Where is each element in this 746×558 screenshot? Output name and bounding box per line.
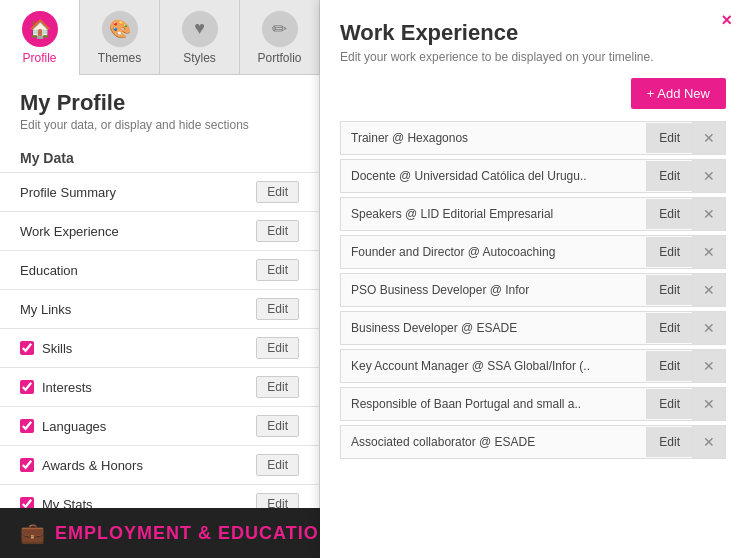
edit-awards-honors[interactable]: Edit — [256, 454, 299, 476]
work-item-text-3: Founder and Director @ Autocoaching — [341, 237, 646, 267]
work-delete-btn-2[interactable]: ✕ — [692, 198, 725, 230]
overlay-close-button[interactable]: × — [721, 10, 732, 31]
home-icon: 🏠 — [22, 11, 58, 47]
work-edit-btn-0[interactable]: Edit — [646, 123, 692, 153]
label-profile-summary: Profile Summary — [20, 185, 256, 200]
work-delete-btn-8[interactable]: ✕ — [692, 426, 725, 458]
edit-languages[interactable]: Edit — [256, 415, 299, 437]
nav-label-profile: Profile — [22, 51, 56, 65]
work-item-7: Responsible of Baan Portugal and small a… — [340, 387, 726, 421]
label-languages: Languages — [42, 419, 106, 434]
row-work-experience: Work Experience Edit — [0, 211, 319, 250]
skills-checkbox[interactable] — [20, 341, 34, 355]
work-delete-btn-4[interactable]: ✕ — [692, 274, 725, 306]
work-item-text-0: Trainer @ Hexagonos — [341, 123, 646, 153]
label-skills: Skills — [42, 341, 72, 356]
interests-label-group: Interests — [20, 380, 256, 395]
top-nav: 🏠 Profile 🎨 Themes ♥ Styles ✏ Portfolio — [0, 0, 320, 75]
add-new-button[interactable]: + Add New — [631, 78, 726, 109]
edit-education[interactable]: Edit — [256, 259, 299, 281]
work-delete-btn-5[interactable]: ✕ — [692, 312, 725, 344]
label-awards-honors: Awards & Honors — [42, 458, 143, 473]
section-label: My Data — [0, 144, 319, 172]
awards-label-group: Awards & Honors — [20, 458, 256, 473]
nav-item-themes[interactable]: 🎨 Themes — [80, 0, 160, 75]
nav-label-styles: Styles — [183, 51, 216, 65]
work-item-1: Docente @ Universidad Católica del Urugu… — [340, 159, 726, 193]
work-item-8: Associated collaborator @ ESADEEdit✕ — [340, 425, 726, 459]
work-item-text-7: Responsible of Baan Portugal and small a… — [341, 389, 646, 419]
work-delete-btn-3[interactable]: ✕ — [692, 236, 725, 268]
overlay-title: Work Experience — [340, 20, 726, 46]
work-item-3: Founder and Director @ AutocoachingEdit✕ — [340, 235, 726, 269]
nav-label-themes: Themes — [98, 51, 141, 65]
edit-my-links[interactable]: Edit — [256, 298, 299, 320]
languages-label-group: Languages — [20, 419, 256, 434]
label-work-experience: Work Experience — [20, 224, 256, 239]
row-education: Education Edit — [0, 250, 319, 289]
themes-icon: 🎨 — [102, 11, 138, 47]
styles-icon: ♥ — [182, 11, 218, 47]
work-item-0: Trainer @ HexagonosEdit✕ — [340, 121, 726, 155]
work-item-2: Speakers @ LID Editorial EmpresarialEdit… — [340, 197, 726, 231]
work-item-4: PSO Business Developer @ InforEdit✕ — [340, 273, 726, 307]
row-profile-summary: Profile Summary Edit — [0, 172, 319, 211]
work-edit-btn-4[interactable]: Edit — [646, 275, 692, 305]
work-delete-btn-1[interactable]: ✕ — [692, 160, 725, 192]
overlay-panel: × Work Experience Edit your work experie… — [320, 0, 746, 558]
work-delete-btn-0[interactable]: ✕ — [692, 122, 725, 154]
edit-profile-summary[interactable]: Edit — [256, 181, 299, 203]
label-interests: Interests — [42, 380, 92, 395]
skills-label-group: Skills — [20, 341, 256, 356]
row-languages: Languages Edit — [0, 406, 319, 445]
work-items-list: Trainer @ HexagonosEdit✕Docente @ Univer… — [340, 121, 726, 459]
work-edit-btn-1[interactable]: Edit — [646, 161, 692, 191]
label-my-links: My Links — [20, 302, 256, 317]
work-edit-btn-6[interactable]: Edit — [646, 351, 692, 381]
work-edit-btn-2[interactable]: Edit — [646, 199, 692, 229]
work-item-text-5: Business Developer @ ESADE — [341, 313, 646, 343]
row-awards-honors: Awards & Honors Edit — [0, 445, 319, 484]
work-delete-btn-6[interactable]: ✕ — [692, 350, 725, 382]
bottom-bar-text: EMPLOYMENT & EDUCATIO — [55, 523, 319, 544]
label-education: Education — [20, 263, 256, 278]
work-item-6: Key Account Manager @ SSA Global/Infor (… — [340, 349, 726, 383]
work-item-text-6: Key Account Manager @ SSA Global/Infor (… — [341, 351, 646, 381]
nav-item-styles[interactable]: ♥ Styles — [160, 0, 240, 75]
work-delete-btn-7[interactable]: ✕ — [692, 388, 725, 420]
portfolio-icon: ✏ — [262, 11, 298, 47]
row-my-links: My Links Edit — [0, 289, 319, 328]
row-interests: Interests Edit — [0, 367, 319, 406]
nav-item-portfolio[interactable]: ✏ Portfolio — [240, 0, 320, 75]
work-item-text-4: PSO Business Developer @ Infor — [341, 275, 646, 305]
work-edit-btn-7[interactable]: Edit — [646, 389, 692, 419]
edit-work-experience[interactable]: Edit — [256, 220, 299, 242]
work-item-text-2: Speakers @ LID Editorial Empresarial — [341, 199, 646, 229]
languages-checkbox[interactable] — [20, 419, 34, 433]
overlay-subtitle: Edit your work experience to be displaye… — [340, 50, 726, 64]
work-item-text-1: Docente @ Universidad Católica del Urugu… — [341, 161, 646, 191]
briefcase-icon: 💼 — [20, 521, 45, 545]
work-item-5: Business Developer @ ESADEEdit✕ — [340, 311, 726, 345]
left-panel: 🏠 Profile 🎨 Themes ♥ Styles ✏ Portfolio … — [0, 0, 320, 558]
awards-checkbox[interactable] — [20, 458, 34, 472]
work-item-text-8: Associated collaborator @ ESADE — [341, 427, 646, 457]
add-new-container: + Add New — [340, 78, 726, 121]
nav-label-portfolio: Portfolio — [257, 51, 301, 65]
edit-interests[interactable]: Edit — [256, 376, 299, 398]
panel-title: My Profile — [0, 75, 319, 118]
work-edit-btn-5[interactable]: Edit — [646, 313, 692, 343]
work-edit-btn-8[interactable]: Edit — [646, 427, 692, 457]
panel-subtitle: Edit your data, or display and hide sect… — [0, 118, 319, 144]
work-edit-btn-3[interactable]: Edit — [646, 237, 692, 267]
nav-item-profile[interactable]: 🏠 Profile — [0, 0, 80, 75]
row-skills: Skills Edit — [0, 328, 319, 367]
edit-skills[interactable]: Edit — [256, 337, 299, 359]
interests-checkbox[interactable] — [20, 380, 34, 394]
